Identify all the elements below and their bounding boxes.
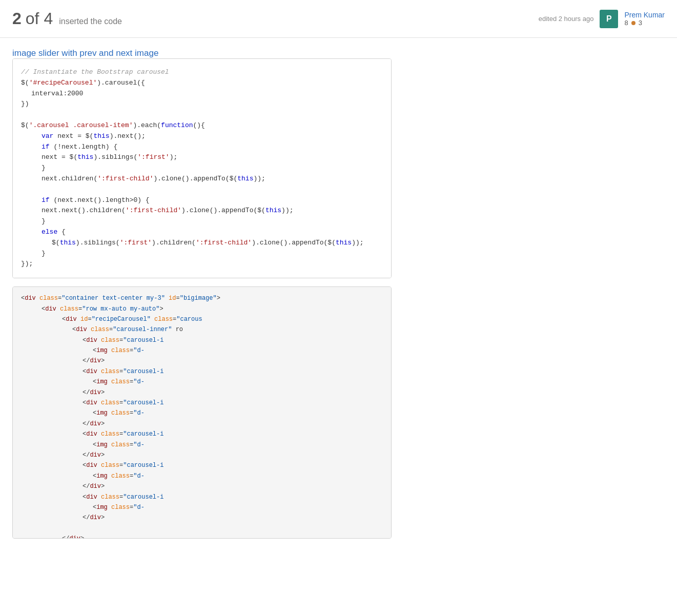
code-line-12 (21, 184, 383, 195)
js-code-content: // Instantiate the Bootstrap carousel $(… (13, 59, 391, 278)
edited-label: edited 2 hours ago (539, 15, 594, 23)
user-score: 8 (624, 19, 628, 27)
html-code-inner-wrapper: <div class="container text-center my-3" … (13, 287, 391, 538)
header-right: edited 2 hours ago P Prem Kumar 8 3 (539, 10, 665, 28)
answer-count-number: 2 (12, 9, 22, 28)
html-line-16: </div> (21, 450, 377, 460)
code-line-18: } (21, 249, 383, 259)
html-line-19: </div> (21, 481, 377, 491)
code-line-8: if (!next.length) { (21, 142, 383, 153)
html-line-14: <div class="carousel-i (21, 429, 377, 439)
html-line-22: </div> (21, 512, 377, 523)
code-line-2: $('#recipeCarousel').carousel({ (21, 78, 383, 89)
bronze-count: 3 (639, 19, 642, 27)
question-title-link[interactable]: image slider with prev and next image (12, 48, 158, 58)
header-subtitle: inserted the code (59, 17, 122, 26)
code-line-14: next.next().children(':first-child').clo… (21, 206, 383, 216)
html-line-3: <div id="recipeCarousel" class="carous (21, 314, 377, 324)
html-line-1: <div class="container text-center my-3" … (21, 293, 377, 303)
code-line-9: next = $(this).siblings(':first'); (21, 152, 383, 163)
html-line-10: </div> (21, 387, 377, 398)
user-name-link[interactable]: Prem Kumar (624, 11, 665, 19)
code-line-15: } (21, 216, 383, 227)
code-line-17: $(this).siblings(':first').children(':fi… (21, 238, 383, 249)
html-code-block: <div class="container text-center my-3" … (12, 286, 392, 539)
html-line-9: <img class="d- (21, 377, 377, 387)
html-line-6: <img class="d- (21, 345, 377, 356)
code-line-1: // Instantiate the Bootstrap carousel (21, 67, 383, 78)
html-line-4: <div class="carousel-inner" ro (21, 324, 377, 335)
code-line-5 (21, 110, 383, 120)
html-line-8: <div class="carousel-i (21, 366, 377, 377)
html-line-12: <img class="d- (21, 408, 377, 418)
html-line-7: </div> (21, 356, 377, 366)
user-info: Prem Kumar 8 3 (624, 11, 665, 27)
html-code-content[interactable]: <div class="container text-center my-3" … (13, 287, 391, 538)
edited-info: edited 2 hours ago (539, 15, 594, 23)
html-line-17: <div class="carousel-i (21, 460, 377, 470)
html-line-18: <img class="d- (21, 471, 377, 481)
code-line-16: else { (21, 227, 383, 238)
main-content: image slider with prev and next image //… (0, 38, 677, 549)
code-line-3: interval:2000 (21, 89, 383, 99)
user-stats: 8 3 (624, 19, 665, 27)
html-line-13: </div> (21, 419, 377, 429)
js-code-block: // Instantiate the Bootstrap carousel $(… (12, 58, 392, 278)
avatar: P (600, 10, 618, 28)
header-left: 2 of 4 inserted the code (12, 9, 122, 28)
html-line-23 (21, 523, 377, 533)
html-line-21: <img class="d- (21, 502, 377, 512)
html-line-11: <div class="carousel-i (21, 398, 377, 408)
html-line-20: <div class="carousel-i (21, 492, 377, 502)
code-line-7: var next = $(this).next(); (21, 131, 383, 142)
html-line-5: <div class="carousel-i (21, 335, 377, 345)
code-line-6: $('.carousel .carousel-item').each(funct… (21, 120, 383, 131)
html-line-15: <img class="d- (21, 440, 377, 450)
code-line-4: }) (21, 99, 383, 110)
header-bar: 2 of 4 inserted the code edited 2 hours … (0, 0, 677, 38)
bronze-dot-icon (631, 21, 635, 25)
code-line-11: next.children(':first-child').clone().ap… (21, 174, 383, 184)
code-line-19: }); (21, 259, 383, 270)
answer-count-of: of 4 (26, 9, 53, 28)
code-line-10: } (21, 163, 383, 174)
code-line-13: if (next.next().length>0) { (21, 195, 383, 206)
html-line-2: <div class="row mx-auto my-auto"> (21, 304, 377, 314)
html-line-24: </div> (21, 533, 377, 538)
